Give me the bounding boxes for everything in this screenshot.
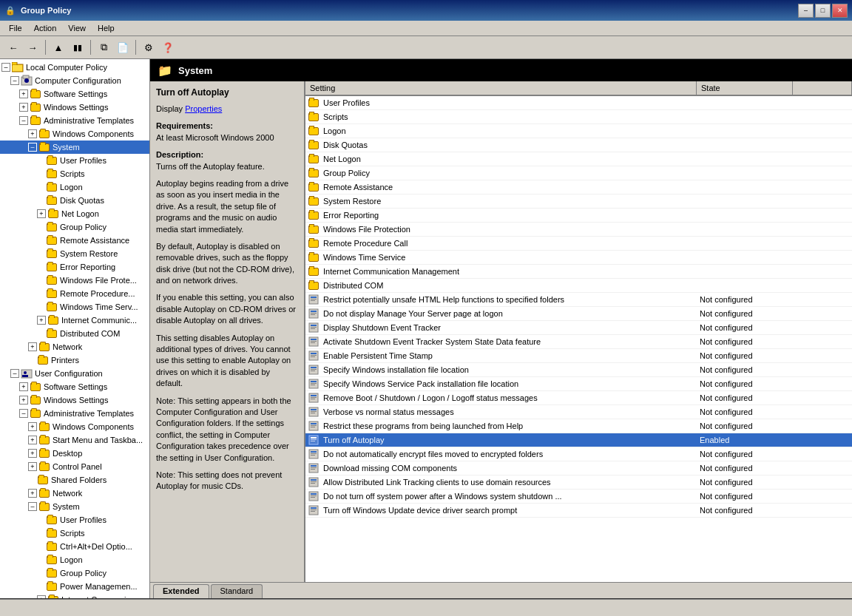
table-row[interactable]: Display Shutdown Event Tracker Not confi…: [305, 321, 852, 335]
tree-item-user-logon[interactable]: Logon: [0, 553, 149, 566]
forward-button[interactable]: →: [24, 38, 41, 56]
tree-item-user-sw[interactable]: + Software Settings: [0, 380, 149, 393]
table-row[interactable]: Windows File Protection: [305, 223, 852, 237]
back-button[interactable]: ←: [4, 38, 22, 56]
tree-item-user-system[interactable]: – System: [0, 500, 149, 513]
menu-action[interactable]: Action: [28, 22, 63, 34]
table-row[interactable]: Enable Persistent Time Stamp Not configu…: [305, 349, 852, 363]
tree-item-printers[interactable]: Printers: [0, 353, 149, 367]
expand-user-net[interactable]: +: [28, 489, 37, 498]
tree-item-net-logon[interactable]: + Net Logon: [0, 207, 149, 220]
expand-user-cp[interactable]: +: [28, 462, 37, 471]
table-row[interactable]: Windows Time Service: [305, 251, 852, 265]
tree-item-user-power[interactable]: Power Managemen...: [0, 580, 149, 593]
expand-net-logon[interactable]: +: [37, 209, 46, 218]
table-row[interactable]: Allow Distributed Link Tracking clients …: [305, 475, 852, 490]
tab-standard[interactable]: Standard: [211, 584, 263, 598]
table-row[interactable]: Logon: [305, 124, 852, 138]
export-list[interactable]: 📄: [114, 38, 132, 56]
tree-item-group-policy[interactable]: Group Policy: [0, 220, 149, 234]
tab-extended[interactable]: Extended: [153, 584, 209, 598]
tree-item-system[interactable]: – System: [0, 141, 149, 154]
tree-item-user-win-comp[interactable]: + Windows Components: [0, 420, 149, 433]
table-row[interactable]: Remote Assistance: [305, 180, 852, 194]
col-header-comment[interactable]: [793, 81, 852, 95]
expand-user-win[interactable]: +: [19, 396, 28, 405]
up-button[interactable]: ▲: [50, 38, 67, 56]
table-row[interactable]: Download missing COM components Not conf…: [305, 461, 852, 475]
tree-item-win-time[interactable]: Windows Time Serv...: [0, 300, 149, 314]
table-row[interactable]: Restrict these programs from being launc…: [305, 419, 852, 433]
tree-item-user-win-settings[interactable]: + Windows Settings: [0, 393, 149, 407]
tree-item-system-restore[interactable]: System Restore: [0, 247, 149, 260]
properties-link[interactable]: Properties: [185, 104, 222, 113]
table-row[interactable]: Do not display Manage Your Server page a…: [305, 307, 852, 321]
expand-user-desktop[interactable]: +: [28, 449, 37, 458]
table-row[interactable]: Distributed COM: [305, 279, 852, 293]
tree-item-dist-com[interactable]: Distributed COM: [0, 327, 149, 340]
expand-user-admin[interactable]: –: [19, 409, 28, 418]
properties-button[interactable]: ⚙: [140, 38, 158, 56]
minimize-button[interactable]: –: [798, 4, 814, 18]
table-row[interactable]: Activate Shutdown Event Tracker System S…: [305, 335, 852, 349]
tree-item-user-admin[interactable]: – Administrative Templates: [0, 407, 149, 420]
tree-item-user-internet[interactable]: + Internet Communic...: [0, 593, 149, 598]
table-row[interactable]: System Restore: [305, 194, 852, 209]
table-row[interactable]: Internet Communication Management: [305, 265, 852, 279]
table-row[interactable]: Do not automatically encrypt files moved…: [305, 447, 852, 461]
new-window[interactable]: ⧉: [95, 38, 112, 56]
tree-item-win-settings[interactable]: + Windows Settings: [0, 101, 149, 114]
table-row[interactable]: Verbose vs normal status messages Not co…: [305, 405, 852, 419]
expand-user-start[interactable]: +: [28, 436, 37, 444]
tree-item-scripts[interactable]: Scripts: [0, 167, 149, 180]
tree-item-remote-assist[interactable]: Remote Assistance: [0, 234, 149, 247]
expand-user-sw[interactable]: +: [19, 382, 28, 391]
expand-sw-settings[interactable]: +: [19, 89, 28, 98]
maximize-button[interactable]: □: [815, 4, 831, 18]
show-hide-tree[interactable]: ▮▮: [69, 38, 87, 56]
expand-admin-templates[interactable]: –: [19, 116, 28, 125]
col-header-setting[interactable]: Setting: [305, 81, 697, 95]
tree-item-logon[interactable]: Logon: [0, 180, 149, 194]
expand-user-internet[interactable]: +: [37, 595, 46, 598]
table-row[interactable]: Disk Quotas: [305, 138, 852, 152]
tree-item-sw-settings[interactable]: + Software Settings: [0, 87, 149, 101]
expand-user-win-comp[interactable]: +: [28, 422, 37, 431]
table-row[interactable]: Remote Procedure Call: [305, 237, 852, 251]
tree-item-win-components[interactable]: + Windows Components: [0, 127, 149, 141]
table-row[interactable]: Specify Windows Service Pack installatio…: [305, 377, 852, 391]
tree-item-user-gp[interactable]: Group Policy: [0, 566, 149, 580]
table-row-selected[interactable]: Turn off Autoplay Enabled: [305, 433, 852, 447]
tree-item-remote-proc[interactable]: Remote Procedure...: [0, 287, 149, 300]
expand-win-settings[interactable]: +: [19, 103, 28, 112]
table-row[interactable]: Restrict potentially unsafe HTML Help fu…: [305, 293, 852, 307]
table-row[interactable]: Error Reporting: [305, 209, 852, 223]
tree-item-ctrl-alt-del[interactable]: Ctrl+Alt+Del Optio...: [0, 540, 149, 553]
expand-user-config[interactable]: –: [10, 369, 19, 378]
expand-system[interactable]: –: [28, 143, 37, 152]
tree-item-win-file-prot[interactable]: Windows File Prote...: [0, 274, 149, 287]
col-header-state[interactable]: State: [697, 81, 793, 95]
table-row[interactable]: Net Logon: [305, 152, 852, 166]
tree-item-user-shared[interactable]: Shared Folders: [0, 473, 149, 487]
menu-view[interactable]: View: [62, 22, 92, 34]
table-row[interactable]: Remove Boot / Shutdown / Logon / Logoff …: [305, 391, 852, 405]
table-row[interactable]: Specify Windows installation file locati…: [305, 363, 852, 377]
menu-file[interactable]: File: [3, 22, 28, 34]
tree-item-user-scripts[interactable]: Scripts: [0, 527, 149, 540]
expand-user-system[interactable]: –: [28, 502, 37, 511]
tree-item-admin-templates[interactable]: – Administrative Templates: [0, 114, 149, 127]
tree-item-user-start[interactable]: + Start Menu and Taskba...: [0, 433, 149, 447]
tree-item-disk-quotas[interactable]: Disk Quotas: [0, 194, 149, 207]
tree-item-user-sys-profiles[interactable]: User Profiles: [0, 513, 149, 527]
expand-comp-config[interactable]: –: [10, 76, 19, 85]
tree-item-user-desktop[interactable]: + Desktop: [0, 447, 149, 460]
tree-item-user-profiles[interactable]: User Profiles: [0, 154, 149, 167]
table-row[interactable]: Do not turn off system power after a Win…: [305, 490, 852, 504]
table-row[interactable]: Turn off Windows Update device driver se…: [305, 504, 852, 518]
expand-win-components[interactable]: +: [28, 129, 37, 138]
tree-item-user-cp[interactable]: + Control Panel: [0, 460, 149, 473]
tree-item-network[interactable]: + Network: [0, 340, 149, 353]
tree-item-internet-comm[interactable]: + Internet Communic...: [0, 314, 149, 327]
table-row[interactable]: User Profiles: [305, 96, 852, 110]
